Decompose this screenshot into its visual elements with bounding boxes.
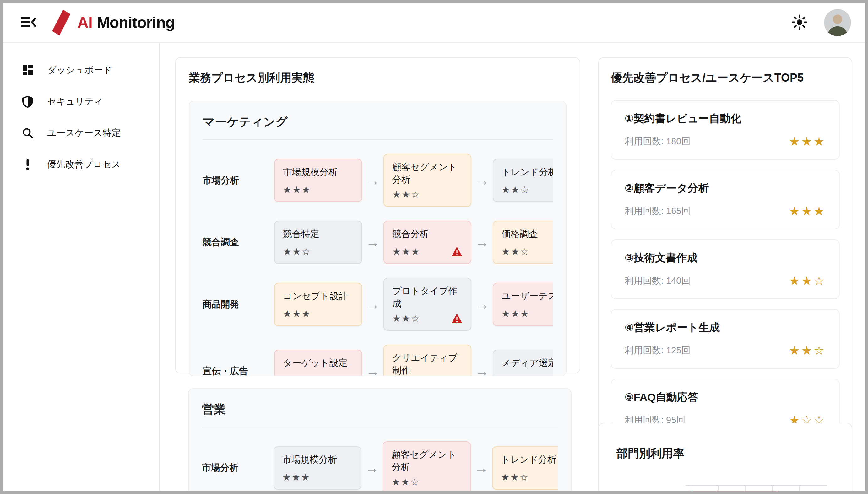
sidebar-item-usecase[interactable]: ユースケース特定 (3, 124, 159, 142)
top5-usage-count: 利用回数: 165回 (625, 205, 690, 217)
process-row: 市場分析 市場規模分析 ★★★ → 顧客セグメント分析 ★★☆ (203, 154, 553, 207)
flow-arrow-icon: → (472, 297, 493, 312)
top5-item-title: ③技術文書作成 (625, 251, 826, 265)
top5-usage-count: 利用回数: 180回 (625, 135, 690, 148)
exclamation-icon (21, 158, 34, 170)
dashboard-icon (21, 65, 34, 76)
app-title: AI Monitoring (77, 14, 174, 32)
usecase-card-title: 市場規模分析 (282, 453, 353, 466)
top5-list: ①契約書レビュー自動化 利用回数: 180回 ★★★ ②顧客データ分析 利用回数… (611, 100, 840, 438)
usecase-card[interactable]: 市場規模分析 ★★★ (274, 446, 362, 490)
usecase-card[interactable]: 価格調査 ★★☆ (493, 221, 553, 264)
top5-item-bottom: 利用回数: 180回 ★★★ (625, 135, 826, 149)
usecase-card[interactable]: クリエイティブ制作 ★★☆ (384, 345, 472, 376)
usecase-card[interactable]: ターゲット設定 ★★☆ (274, 349, 362, 376)
chart-gridline (718, 485, 719, 494)
warning-icon (451, 313, 463, 324)
sidebar-item-label: ユースケース特定 (47, 127, 121, 139)
top5-usage-count: 利用回数: 125回 (625, 344, 690, 357)
sidebar-toggle-button[interactable] (17, 11, 40, 34)
usecase-card-bottom: ★★☆ (501, 246, 553, 257)
process-flow: 競合特定 ★★☆ → 競合分析 ★★★ (274, 221, 553, 264)
flow-arrow-icon: → (362, 460, 383, 476)
flow-arrow-icon: → (471, 460, 492, 476)
section-divider (202, 427, 558, 428)
chart-gridline (690, 485, 691, 494)
process-flow: コンセプト設計 ★★★ → プロトタイプ作成 ★★☆ (274, 278, 553, 331)
top-bar: AI Monitoring (3, 3, 865, 43)
top5-item-bottom: 利用回数: 165回 ★★★ (625, 204, 826, 218)
usecase-card[interactable]: トレンド分析 ★★☆ (493, 159, 553, 202)
top5-item-title: ⑤FAQ自動応答 (625, 390, 826, 404)
usecase-card[interactable]: 顧客セグメント分析 ★★☆ (383, 441, 471, 494)
sidebar-item-security[interactable]: セキュリティ (3, 92, 159, 111)
shield-icon (21, 96, 34, 108)
process-row-label: 市場分析 (203, 174, 274, 187)
top5-item-bottom: 利用回数: 125回 ★★☆ (625, 344, 826, 358)
usecase-rating-stars: ★★☆ (392, 476, 420, 488)
usecase-card[interactable]: 競合分析 ★★★ (384, 221, 472, 264)
usecase-card-bottom: ★★★ (282, 472, 353, 483)
sidebar-item-label: 優先改善プロセス (47, 158, 121, 171)
usecase-rating-stars: ★★☆ (392, 189, 421, 200)
sidebar-item-priority[interactable]: 優先改善プロセス (3, 155, 159, 174)
usecase-card-title: コンセプト設計 (283, 290, 353, 302)
usecase-card-bottom: ★★★ (283, 184, 353, 195)
section-rows: 市場分析 市場規模分析 ★★★ → 顧客セグメント分析 ★★☆ (203, 154, 553, 376)
chart-plot-area (690, 485, 827, 494)
chart-gridline (745, 485, 745, 494)
usecase-card-title: 顧客セグメント分析 (392, 161, 463, 186)
sidebar-item-dashboard[interactable]: ダッシュボード (3, 61, 159, 80)
usecase-card[interactable]: 競合特定 ★★☆ (274, 221, 362, 264)
sun-icon (791, 14, 808, 32)
search-icon (21, 128, 34, 139)
chart-bar (691, 491, 779, 494)
usecase-card-bottom: ★★☆ (501, 184, 553, 195)
usecase-card-title: メディア選定 (501, 357, 553, 369)
usecase-rating-stars: ★★☆ (392, 313, 421, 324)
usecase-card-title: 競合分析 (392, 228, 463, 240)
flow-arrow-icon: → (472, 234, 493, 250)
logo-mark-icon (52, 10, 70, 36)
top5-item-card[interactable]: ③技術文書作成 利用回数: 140回 ★★☆ (611, 240, 840, 299)
top5-rating-stars: ★★☆ (789, 344, 826, 358)
usecase-card-bottom: ★★★ (392, 246, 463, 257)
usecase-card[interactable]: ユーザーテスト ★★★ (493, 283, 553, 326)
app-title-rest: Monitoring (97, 14, 174, 32)
usecase-card-title: ユーザーテスト (501, 290, 553, 302)
top5-item-title: ②顧客データ分析 (625, 181, 826, 195)
app-title-accent: AI (77, 14, 92, 32)
user-avatar[interactable] (824, 9, 851, 36)
usecase-card[interactable]: コンセプト設計 ★★★ (274, 283, 362, 326)
usecase-card-title: ターゲット設定 (283, 357, 353, 369)
usecase-card[interactable]: 市場規模分析 ★★★ (274, 159, 362, 202)
process-row: 宣伝・広告 ターゲット設定 ★★☆ → クリエイティブ制作 ★★☆ (203, 345, 553, 376)
usecase-card-bottom: ★★★ (501, 308, 553, 319)
avatar-photo (824, 9, 851, 36)
process-row: 市場分析 市場規模分析 ★★★ → 顧客セグメント分析 ★★☆ (202, 441, 558, 494)
chart-gridline (827, 485, 827, 494)
usecase-card-title: 価格調査 (501, 228, 553, 240)
priority-top5-panel: 優先改善プロセス/ユースケースTOP5 ①契約書レビュー自動化 利用回数: 18… (598, 57, 852, 451)
process-row-label: 商品開発 (203, 298, 274, 311)
top5-item-card[interactable]: ④営業レポート生成 利用回数: 125回 ★★☆ (611, 309, 840, 369)
usecase-card[interactable]: トレンド分析 ★★☆ (492, 446, 558, 490)
usecase-rating-stars: ★★☆ (501, 246, 530, 257)
usecase-card[interactable]: 顧客セグメント分析 ★★☆ (384, 154, 472, 207)
top5-item-card[interactable]: ①契約書レビュー自動化 利用回数: 180回 ★★★ (611, 100, 840, 160)
top5-item-card[interactable]: ②顧客データ分析 利用回数: 165回 ★★★ (611, 170, 840, 229)
usecase-card-title: 市場規模分析 (283, 166, 353, 178)
chart-gridline (799, 485, 800, 494)
section-heading: 営業 (202, 401, 558, 417)
theme-toggle-button[interactable] (788, 11, 811, 34)
usecase-card-bottom: ★☆☆ (501, 375, 553, 376)
flow-arrow-icon: → (362, 173, 384, 188)
usecase-rating-stars: ★★☆ (283, 246, 311, 257)
usecase-card[interactable]: メディア選定 ★☆☆ (493, 349, 553, 376)
process-flow: ターゲット設定 ★★☆ → クリエイティブ制作 ★★☆ (274, 345, 553, 376)
priority-top5-title: 優先改善プロセス/ユースケースTOP5 (611, 70, 840, 86)
usecase-card-bottom: ★★☆ (392, 313, 463, 324)
usecase-card[interactable]: プロトタイプ作成 ★★☆ (384, 278, 472, 331)
usecase-card-title: 競合特定 (283, 228, 353, 240)
usecase-card-title: クリエイティブ制作 (392, 352, 463, 376)
